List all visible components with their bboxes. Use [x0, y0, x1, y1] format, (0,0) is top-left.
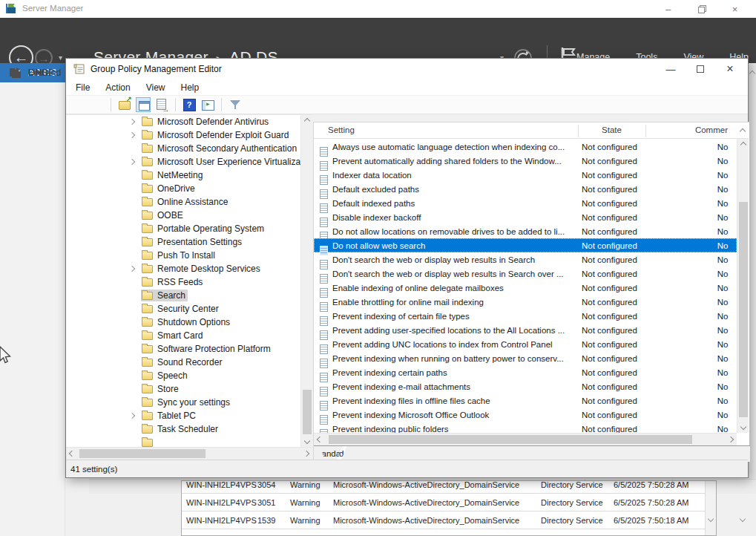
event-row[interactable]: WIN-INHI2LP4VPS 3054 Warning Microsoft-W…	[182, 480, 716, 494]
sidebar-item-file-and[interactable]: File and	[0, 63, 65, 82]
gpme-titlebar[interactable]: Group Policy Management Editor — ×	[66, 59, 748, 79]
scroll-left-icon[interactable]	[66, 448, 78, 460]
column-header-comment[interactable]: Commer	[645, 125, 738, 134]
gpme-menu-file[interactable]: File	[76, 82, 90, 93]
gpme-close-button[interactable]: ×	[715, 59, 745, 79]
gpme-maximize-button[interactable]	[686, 59, 715, 79]
setting-row[interactable]: Indexer data location Not configured No	[314, 168, 737, 182]
column-divider[interactable]	[645, 125, 646, 137]
setting-row[interactable]: Don't search the web or display web resu…	[314, 267, 737, 281]
gpme-menu-view[interactable]: View	[146, 82, 165, 93]
setting-row[interactable]: Prevent indexing e-mail attachments Not …	[314, 379, 737, 393]
scroll-left-icon[interactable]	[314, 434, 326, 445]
scroll-thumb[interactable]	[303, 390, 312, 434]
tree-item-sound-recorder[interactable]: Sound Recorder	[66, 356, 300, 369]
events-scrollbar[interactable]	[705, 481, 716, 535]
tree-item-tablet-pc[interactable]: Tablet PC	[66, 409, 300, 422]
tree-item-microsoft-user-experience-virtualization[interactable]: Microsoft User Experience Virtualization	[66, 155, 300, 169]
chevron-right-icon[interactable]	[129, 159, 135, 165]
tree-item-push-to-install[interactable]: Push To Install	[66, 249, 300, 262]
scroll-right-icon[interactable]	[300, 448, 312, 460]
sm-restore-button[interactable]	[685, 0, 718, 18]
column-header-state[interactable]: State	[578, 125, 645, 134]
tree-item-software-protection-platform[interactable]: Software Protection Platform	[66, 342, 300, 356]
tree-item-online-assistance[interactable]: Online Assistance	[66, 195, 300, 209]
tree-item-sync-your-settings[interactable]: Sync your settings	[66, 396, 300, 409]
sm-minimize-button[interactable]: –	[651, 0, 685, 18]
event-row[interactable]: WIN-INHI2LP4VPS 3051 Warning Microsoft-W…	[182, 494, 716, 512]
setting-row[interactable]: Always use automatic language detection …	[314, 140, 737, 154]
nav-dropdown-caret-icon[interactable]: ▾	[59, 53, 62, 62]
scroll-up-icon[interactable]	[301, 115, 313, 127]
setting-row[interactable]: Do not allow web search Not configured N…	[314, 238, 737, 252]
chevron-right-icon[interactable]	[129, 132, 135, 138]
toolbar-icon-export-list[interactable]	[154, 97, 169, 112]
toolbar-icon-sep[interactable]	[175, 98, 176, 111]
toolbar-icon-sep[interactable]	[111, 98, 111, 111]
chevron-right-icon[interactable]	[129, 266, 135, 272]
setting-row[interactable]: Don't search the web or display web resu…	[314, 252, 737, 267]
setting-row[interactable]: Prevent indexing when running on battery…	[314, 351, 737, 365]
tree-vertical-scrollbar[interactable]	[300, 115, 312, 447]
tree-item-oobe[interactable]: OOBE	[66, 209, 300, 222]
setting-row[interactable]: Prevent indexing certain paths Not confi…	[314, 365, 737, 379]
setting-row[interactable]: Enable throttling for online mail indexi…	[314, 295, 737, 309]
tree-item-item[interactable]	[66, 436, 300, 447]
scroll-down-icon[interactable]	[737, 421, 749, 433]
tree-item-microsoft-secondary-authentication[interactable]: Microsoft Secondary Authentication	[66, 142, 300, 155]
column-header-setting[interactable]: Setting	[328, 125, 355, 134]
gpme-menu-help[interactable]: Help	[181, 82, 200, 93]
chevron-right-icon[interactable]	[129, 413, 135, 419]
tree-item-onedrive[interactable]: OneDrive	[66, 182, 300, 195]
setting-row[interactable]: Prevent automatically adding shared fold…	[314, 154, 737, 168]
scroll-down-icon[interactable]	[708, 516, 714, 522]
setting-row[interactable]: Prevent adding UNC locations to index fr…	[314, 337, 737, 351]
scroll-thumb[interactable]	[79, 449, 206, 458]
toolbar-icon-filter[interactable]	[228, 97, 243, 112]
tree-item-rss-feeds[interactable]: RSS Feeds	[66, 275, 300, 289]
setting-row[interactable]: Default excluded paths Not configured No	[314, 182, 737, 196]
toolbar-icon-show-console-tree[interactable]	[200, 97, 215, 112]
tree-item-microsoft-defender-exploit-guard[interactable]: Microsoft Defender Exploit Guard	[66, 128, 300, 142]
toolbar-icon-sep[interactable]	[221, 98, 222, 111]
tree-item-smart-card[interactable]: Smart Card	[66, 329, 300, 342]
setting-row[interactable]: Default indexed paths Not configured No	[314, 196, 737, 210]
scroll-thumb[interactable]	[739, 202, 748, 417]
chevron-right-icon[interactable]	[129, 119, 135, 125]
tree-item-microsoft-defender-antivirus[interactable]: Microsoft Defender Antivirus	[66, 115, 300, 128]
setting-row[interactable]: Prevent indexing Microsoft Office Outloo…	[314, 408, 737, 422]
setting-row[interactable]: Prevent indexing of certain file types N…	[314, 309, 737, 323]
sm-close-button[interactable]: ×	[718, 0, 752, 18]
tree-item-portable-operating-system[interactable]: Portable Operating System	[66, 222, 300, 235]
toolbar-icon-console-window[interactable]	[136, 97, 151, 112]
toolbar-icon-back[interactable]	[71, 97, 86, 112]
tree-item-security-center[interactable]: Security Center	[66, 302, 300, 316]
tree-item-task-scheduler[interactable]: Task Scheduler	[66, 422, 300, 436]
event-row[interactable]: WIN-INHI2LP4VPS 1539 Warning Microsoft-W…	[182, 512, 716, 529]
tree-item-shutdown-options[interactable]: Shutdown Options	[66, 316, 300, 329]
setting-row[interactable]: Do not allow locations on removable driv…	[314, 224, 737, 238]
tree-item-search[interactable]: Search	[66, 289, 300, 302]
tree-item-netmeeting[interactable]: NetMeeting	[66, 169, 300, 182]
setting-row[interactable]: Prevent adding user-specified locations …	[314, 323, 737, 337]
scroll-right-icon[interactable]	[725, 434, 737, 445]
list-vertical-scrollbar[interactable]	[737, 139, 749, 433]
setting-row[interactable]: Prevent indexing files in offline files …	[314, 393, 737, 408]
tree-item-presentation-settings[interactable]: Presentation Settings	[66, 235, 300, 249]
gpme-menu-action[interactable]: Action	[105, 82, 130, 93]
setting-row[interactable]: Enable indexing of online delegate mailb…	[314, 281, 737, 295]
right-scroll-strip[interactable]	[749, 63, 756, 479]
tree-item-remote-desktop-services[interactable]: Remote Desktop Services	[66, 262, 300, 275]
scroll-up-icon[interactable]	[737, 139, 749, 151]
toolbar-icon-help[interactable]	[182, 97, 197, 112]
toolbar-icon-up-one-level[interactable]	[117, 97, 132, 112]
tree-item-store[interactable]: Store	[66, 382, 300, 396]
toolbar-icon-forward[interactable]	[90, 97, 105, 112]
setting-row[interactable]: Prevent indexing public folders Not conf…	[314, 422, 737, 433]
tree-horizontal-scrollbar[interactable]	[66, 447, 312, 460]
scroll-down-icon[interactable]	[301, 435, 313, 447]
gpme-minimize-button[interactable]: —	[656, 59, 686, 79]
setting-row[interactable]: Disable indexer backoff Not configured N…	[314, 210, 737, 224]
collapse-chevron-icon[interactable]	[740, 516, 746, 522]
list-horizontal-scrollbar[interactable]	[314, 433, 737, 445]
